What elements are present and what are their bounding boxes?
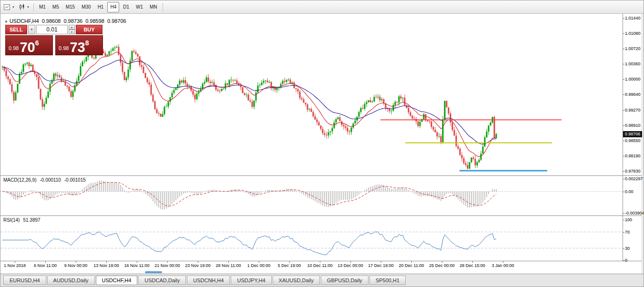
horizontal-scrollbar-thumb[interactable] (145, 271, 162, 273)
time-axis-tick (411, 261, 412, 263)
chart-tab-eurusd[interactable]: EURUSD,H4 (3, 276, 46, 285)
price-axis-label: 1.00000 (625, 76, 641, 82)
timeframe-button-d1[interactable]: D1 (120, 2, 132, 12)
chart-tab-xauusd[interactable]: XAUUSD,Daily (273, 276, 320, 285)
volume-input[interactable] (36, 25, 68, 34)
chart-tab-usdcnh[interactable]: USDCNH,H4 (187, 276, 230, 285)
axis-tick (623, 171, 624, 172)
chart-tab-sp500[interactable]: SP500,H1 (369, 276, 406, 285)
macd-pane[interactable] (0, 176, 623, 215)
axis-tick (623, 49, 624, 49)
axis-tick (623, 94, 624, 95)
dropdown-caret-icon: ▼ (27, 6, 30, 9)
macd-name: MACD(12,26,9) (3, 177, 36, 183)
macd-axis-label: 0.002297 (625, 176, 643, 182)
buy-price-button[interactable]: 0.98 73 8 (55, 35, 103, 55)
time-axis-tick (198, 261, 198, 263)
axis-tick (623, 156, 624, 156)
price-axis[interactable]: 1.014401.010801.007201.003601.000000.996… (623, 14, 642, 261)
macd-axis-label: -0.003904 (625, 210, 644, 216)
chart-tab-gbpusd[interactable]: GBPUSD,Daily (321, 276, 368, 285)
buy-price-prefix: 0.98 (59, 45, 69, 51)
buy-button[interactable]: BUY (76, 25, 102, 34)
macd-label: MACD(12,26,9) -0.000110 -0.001015 (3, 177, 86, 183)
axis-tick (623, 213, 624, 214)
volume-increase-button[interactable]: ▲ (69, 25, 75, 30)
price-axis-label: 1.01440 (625, 15, 641, 21)
ohlc-open: 0.98608 (42, 18, 61, 24)
macd-value: -0.000110 (40, 177, 61, 183)
chart-tab-usdchf[interactable]: USDCHF,H4 (96, 276, 138, 285)
axis-tick (623, 79, 624, 80)
ohlc-low: 0.98598 (85, 18, 104, 24)
time-axis-tick (289, 261, 290, 263)
rsi-axis-label: 30 (625, 246, 630, 251)
axis-tick (623, 248, 624, 249)
one-click-trading-panel: SELL ▼ ▲ ▼ BUY 0.98 70 6 0.98 (5, 25, 103, 55)
rsi-name: RSI(14) (3, 217, 20, 223)
price-axis-label: 1.01080 (625, 31, 641, 36)
macd-signal-value: -0.001015 (64, 177, 86, 183)
timeframe-button-mn[interactable]: MN (147, 2, 160, 12)
rsi-axis-label: 100 (625, 217, 632, 223)
pane-divider[interactable] (0, 215, 642, 216)
time-axis-tick (137, 261, 137, 263)
time-axis-tick (472, 261, 473, 263)
timeframe-button-m1[interactable]: M1 (36, 2, 49, 12)
current-price-badge: 0.98706 (623, 131, 642, 137)
volume-dropdown-button[interactable]: ▼ (28, 25, 35, 34)
chart-tab-usdcad[interactable]: USDCAD,Daily (138, 276, 186, 285)
rsi-axis-label: 70 (625, 229, 630, 235)
rsi-pane[interactable] (0, 216, 623, 261)
time-axis-label: 3 Jan 00:00 (484, 263, 522, 268)
volume-decrease-button[interactable]: ▼ (69, 30, 75, 34)
timeframe-button-w1[interactable]: W1 (133, 2, 146, 12)
chart-tab-audusd[interactable]: AUDUSD,Daily (47, 276, 95, 285)
price-axis-label: 0.98910 (625, 123, 641, 128)
price-axis-label: 0.98550 (625, 138, 641, 144)
timeframe-button-h1[interactable]: H1 (95, 2, 107, 12)
toolbar-separator (33, 3, 34, 11)
chart-window-icon (4, 4, 11, 10)
dropdown-caret-icon: ▼ (31, 28, 33, 31)
price-axis-label: 0.98190 (625, 153, 641, 159)
chart-area: ▲ USDCHF,H4 0.98608 0.98736 0.98598 0.98… (0, 14, 642, 274)
trade-panel-price-row: 0.98 70 6 0.98 73 8 (5, 35, 103, 55)
buy-price-pipette: 8 (85, 39, 89, 47)
buy-price-big-digits: 73 (70, 41, 85, 54)
chart-tabs-bar: EURUSD,H4AUDUSD,DailyUSDCHF,H4USDCAD,Dai… (0, 274, 644, 287)
rsi-label: RSI(14) 51.3897 (3, 217, 41, 223)
sell-button[interactable]: SELL (5, 25, 27, 34)
chart-window-button[interactable]: ▼ (2, 1, 17, 13)
chart-type-button[interactable]: ▼ (17, 1, 31, 13)
pane-divider[interactable] (0, 175, 642, 176)
timeframe-button-m5[interactable]: M5 (50, 2, 62, 12)
time-axis-tick (76, 261, 76, 263)
chart-ohlc-header: ▲ USDCHF,H4 0.98608 0.98736 0.98598 0.98… (4, 18, 126, 24)
chart-tab-usdjpy[interactable]: USDJPY,H4 (231, 276, 271, 285)
time-axis-tick (228, 261, 229, 263)
price-axis-label: 1.00360 (625, 61, 641, 67)
timeframe-button-h4[interactable]: H4 (107, 2, 119, 12)
axis-tick (623, 33, 624, 34)
axis-tick (623, 125, 624, 126)
sell-price-prefix: 0.98 (9, 45, 19, 51)
axis-tick (623, 179, 624, 179)
timeframe-toolbar: M1M5M15M30H1H4D1W1MN (36, 2, 161, 12)
timeframe-button-m15[interactable]: M15 (63, 2, 78, 12)
dropdown-caret-icon: ▼ (12, 6, 15, 9)
rsi-axis-label: 0 (625, 257, 627, 263)
macd-axis-label: 0.00 (625, 189, 634, 195)
time-axis-tick (167, 261, 168, 263)
ohlc-close: 0.98706 (107, 18, 126, 24)
rsi-value: 51.3897 (23, 217, 40, 223)
price-axis-label: 0.99270 (625, 107, 641, 113)
timeframe-button-m30[interactable]: M30 (79, 2, 93, 12)
time-axis-tick (106, 261, 107, 263)
toolbar-separator (163, 3, 163, 11)
axis-tick (623, 64, 624, 64)
time-axis-tick (45, 261, 46, 263)
axis-tick (623, 18, 624, 19)
price-axis-label: 1.00720 (625, 46, 641, 51)
sell-price-button[interactable]: 0.98 70 6 (5, 35, 53, 55)
